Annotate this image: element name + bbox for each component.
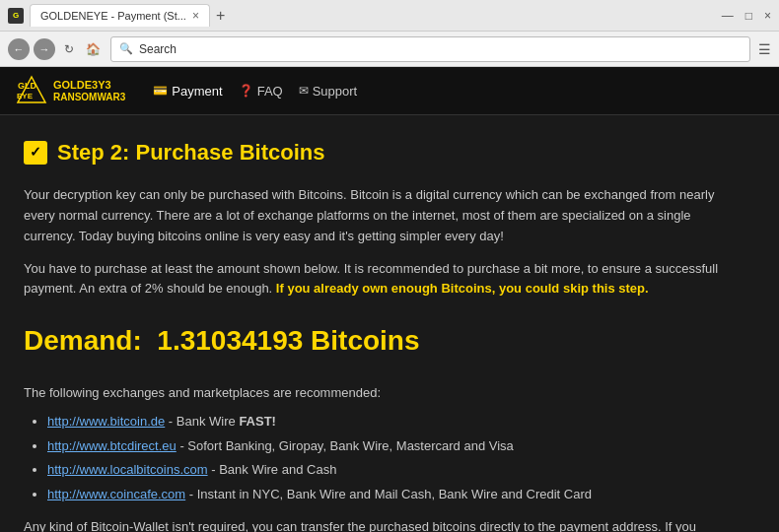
nav-faq[interactable]: ❓ FAQ xyxy=(239,84,283,99)
browser-toolbar: ← → ↻ 🏠 🔍 Search ☰ xyxy=(0,32,779,67)
para2-bold-text: If you already own enough Bitcoins, you … xyxy=(276,281,649,296)
purchase-paragraph: You have to purchase at least the amount… xyxy=(24,259,726,300)
address-text: Search xyxy=(139,42,742,56)
svg-rect-0 xyxy=(16,75,47,106)
step-heading: ✓ Step 2: Purchase Bitcoins xyxy=(24,135,726,169)
step-heading-text: Step 2: Purchase Bitcoins xyxy=(57,135,324,169)
para1-text: Your decryption key can only be purchase… xyxy=(24,187,714,243)
window-controls: — □ × xyxy=(722,9,771,23)
back-button[interactable]: ← xyxy=(8,38,30,60)
tab-close-button[interactable]: × xyxy=(192,9,199,23)
exchange-intro: The following exchanges and marketplaces… xyxy=(24,383,726,404)
tab-title: GOLDENEYE - Payment (St... xyxy=(40,10,186,22)
list-item: http://www.btcdirect.eu - Sofort Banking… xyxy=(47,436,726,457)
demand-amount: 1.31034193 Bitcoins xyxy=(157,325,419,356)
coincafe-link[interactable]: http://www.coincafe.com xyxy=(47,487,185,501)
bitcoin-de-link[interactable]: http://www.bitcoin.de xyxy=(47,414,165,429)
browser-tab[interactable]: GOLDENEYE - Payment (St... × xyxy=(30,4,210,27)
nav-faq-label: FAQ xyxy=(257,84,283,99)
forward-button[interactable]: → xyxy=(34,38,55,60)
nav-payment[interactable]: 💳 Payment xyxy=(153,84,222,99)
logo-svg-icon: GLD EYE xyxy=(16,75,47,106)
faq-icon: ❓ xyxy=(239,84,253,98)
page-bg-wrapper: 💀 GLD EYE GOLDE3Y3 RANSOMWAR3 xyxy=(0,67,779,532)
nav-links: 💳 Payment ❓ FAQ ✉ Support xyxy=(153,84,357,99)
btcdirect-link[interactable]: http://www.btcdirect.eu xyxy=(47,438,177,453)
site-logo: GLD EYE GOLDE3Y3 RANSOMWAR3 xyxy=(16,75,125,106)
wallet-para-normal: Any kind of Bitcoin-Wallet isn't require… xyxy=(24,519,696,532)
exchange-list: http://www.bitcoin.de - Bank Wire FAST! … xyxy=(47,412,726,505)
new-tab-button[interactable]: + xyxy=(216,7,225,25)
intro-paragraph: Your decryption key can only be purchase… xyxy=(24,185,726,246)
page-content: 💀 GLD EYE GOLDE3Y3 RANSOMWAR3 xyxy=(0,67,779,532)
search-icon: 🔍 xyxy=(119,42,133,55)
nav-buttons: ← → ↻ 🏠 xyxy=(8,38,103,60)
list-item: http://www.coincafe.com - Instant in NYC… xyxy=(47,485,726,505)
address-bar[interactable]: 🔍 Search xyxy=(110,36,750,62)
localbitcoins-link[interactable]: http://www.localbitcoins.com xyxy=(47,462,208,477)
nav-support[interactable]: ✉ Support xyxy=(299,84,358,99)
list-item: http://www.localbitcoins.com - Bank Wire… xyxy=(47,460,726,481)
browser-titlebar: G GOLDENEYE - Payment (St... × + — □ × xyxy=(0,0,779,32)
browser-menu-button[interactable]: ☰ xyxy=(758,41,771,57)
logo-text: GOLDE3Y3 RANSOMWAR3 xyxy=(53,79,125,101)
support-icon: ✉ xyxy=(299,84,309,98)
close-button[interactable]: × xyxy=(764,9,771,23)
refresh-button[interactable]: ↻ xyxy=(59,39,79,59)
minimize-button[interactable]: — xyxy=(722,9,734,23)
logo-line1: GOLDE3Y3 xyxy=(53,79,125,91)
list-item: http://www.bitcoin.de - Bank Wire FAST! xyxy=(47,412,726,432)
demand-block: Demand: 1.31034193 Bitcoins xyxy=(24,319,726,364)
article: ✓ Step 2: Purchase Bitcoins Your decrypt… xyxy=(0,115,749,532)
maximize-button[interactable]: □ xyxy=(745,9,752,23)
home-button[interactable]: 🏠 xyxy=(83,39,103,59)
site-nav: GLD EYE GOLDE3Y3 RANSOMWAR3 💳 Payment xyxy=(0,67,779,115)
nav-support-label: Support xyxy=(313,84,358,99)
payment-icon: 💳 xyxy=(153,84,168,98)
step-checkbox-icon: ✓ xyxy=(24,141,47,165)
demand-label: Demand: xyxy=(24,325,142,356)
logo-line2: RANSOMWAR3 xyxy=(53,92,125,102)
content-layer: GLD EYE GOLDE3Y3 RANSOMWAR3 💳 Payment xyxy=(0,67,779,532)
nav-payment-label: Payment xyxy=(172,84,222,99)
wallet-paragraph: Any kind of Bitcoin-Wallet isn't require… xyxy=(24,517,726,532)
demand-text: Demand: 1.31034193 Bitcoins xyxy=(24,325,420,356)
tab-favicon: G xyxy=(8,8,24,24)
